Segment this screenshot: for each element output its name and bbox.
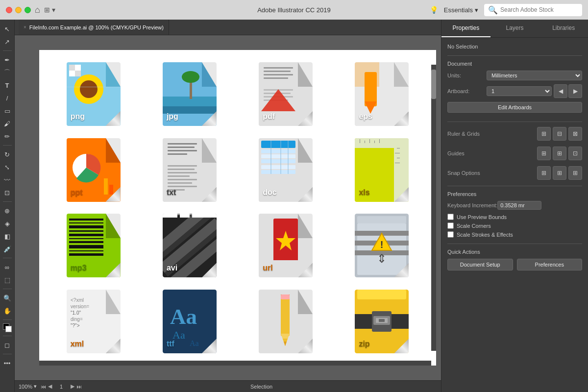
search-input[interactable] <box>500 6 578 13</box>
free-transform-tool[interactable]: ⊡ <box>2 187 13 198</box>
pixel-grid-icon-btn[interactable]: ⊠ <box>568 127 582 141</box>
list-item[interactable]: <?xml version= "1.0" ding= "?"> xml <box>49 287 138 356</box>
snap-icon-btn-2[interactable]: ⊞ <box>553 166 566 180</box>
toolbar-separator <box>3 50 12 51</box>
eyedropper-tool[interactable]: 💉 <box>2 244 13 254</box>
last-artboard-button[interactable]: ⏭ <box>76 384 82 390</box>
search-box[interactable]: 🔍 <box>484 4 582 16</box>
drawing-mode[interactable]: ◻ <box>2 340 13 350</box>
grid-icon-btn[interactable]: ⊟ <box>553 127 566 141</box>
curvature-tool[interactable]: ⌒ <box>2 67 13 78</box>
guides-icon-btn-1[interactable]: ⊞ <box>537 147 551 160</box>
list-item[interactable]: pdf <box>242 60 330 128</box>
document-tab[interactable]: × FileInfo.com Example.ai @ 100% (CMYK/G… <box>19 20 169 35</box>
svg-rect-80 <box>365 141 365 143</box>
edit-artboards-button[interactable]: Edit Artboards <box>447 102 582 113</box>
list-item[interactable]: zip <box>338 287 426 356</box>
svg-rect-22 <box>264 74 293 75</box>
keyboard-increment-input[interactable] <box>497 201 541 210</box>
list-item[interactable]: avi <box>145 212 234 280</box>
hand-tool[interactable]: ✋ <box>2 305 13 316</box>
pen-tool[interactable]: ✒ <box>2 54 13 65</box>
rectangle-tool[interactable]: ▭ <box>2 105 13 116</box>
direct-selection-tool[interactable]: ↗ <box>2 36 13 47</box>
scale-corners-checkbox[interactable] <box>447 222 454 229</box>
list-item[interactable]: url <box>242 212 330 280</box>
svg-rect-87 <box>69 219 103 220</box>
line-tool[interactable]: / <box>2 93 13 103</box>
guides-icon-btn-2[interactable]: ⊞ <box>553 147 566 160</box>
list-item[interactable]: png <box>49 60 138 128</box>
snap-icon-btn-3[interactable]: ⊞ <box>568 166 582 180</box>
artboard-navigation[interactable]: ⏮ ◀ 1 ▶ ⏭ <box>41 383 82 390</box>
zoom-tool[interactable]: 🔍 <box>2 293 13 303</box>
selection-tool[interactable]: ↖ <box>2 24 13 34</box>
divider-4 <box>447 244 582 244</box>
essentials-button[interactable]: Essentials ▾ <box>444 6 478 14</box>
horizontal-scrollbar[interactable] <box>39 361 431 366</box>
list-item[interactable]: ppt <box>49 136 138 204</box>
home-button[interactable]: ⌂ <box>35 5 40 15</box>
background-color[interactable] <box>5 326 12 332</box>
first-artboard-button[interactable]: ⏮ <box>41 384 46 390</box>
xml-icon: <?xml version= "1.0" ding= "?"> xml <box>67 290 121 353</box>
maximize-button[interactable] <box>24 7 31 13</box>
preferences-button[interactable]: Preferences <box>517 259 583 270</box>
list-item[interactable]: eps <box>338 60 426 128</box>
toolbar-separator-7 <box>3 336 12 336</box>
toolbar-separator-2 <box>3 145 12 146</box>
units-select[interactable]: Millimeters Pixels Inches Points <box>487 71 582 80</box>
list-item[interactable]: ! ⇕ <box>338 212 426 280</box>
tab-close-icon[interactable]: × <box>24 24 26 30</box>
svg-text:Aa: Aa <box>170 304 197 329</box>
ruler-icon-btn[interactable]: ⊞ <box>537 127 551 141</box>
list-item[interactable]: xls <box>338 136 426 204</box>
shape-builder-tool[interactable]: ⊕ <box>2 205 13 216</box>
more-tools[interactable]: ••• <box>2 358 13 368</box>
next-artboard-button[interactable]: ▶ <box>71 383 74 390</box>
list-item[interactable]: txt <box>145 136 234 204</box>
pdf-icon: pdf <box>259 62 313 126</box>
divider-3 <box>447 186 582 186</box>
tab-libraries[interactable]: Libraries <box>539 20 588 37</box>
prev-artboard-icon-btn[interactable]: ◀ <box>554 84 567 98</box>
type-tool[interactable]: T <box>2 80 13 91</box>
document-setup-button[interactable]: Document Setup <box>447 259 513 270</box>
svg-rect-83 <box>379 139 380 143</box>
warp-tool[interactable]: 〰 <box>2 174 13 185</box>
paintbrush-tool[interactable]: 🖌 <box>2 118 13 129</box>
workspace-switcher[interactable]: ⊞ ▾ <box>44 6 55 14</box>
scrollbar-thumb[interactable] <box>431 70 436 99</box>
scale-tool[interactable]: ⤡ <box>2 162 13 172</box>
guides-icon-btn-3[interactable]: ⊡ <box>568 147 582 160</box>
minimize-button[interactable] <box>15 7 22 13</box>
prev-artboard-button[interactable]: ◀ <box>48 383 52 390</box>
toolbar-separator-5 <box>3 289 12 289</box>
artboard-tool[interactable]: ⬚ <box>2 274 13 285</box>
pencil-tool[interactable]: ✏ <box>2 131 13 142</box>
list-item[interactable]: Aa Aa Aa ttf <box>145 287 234 356</box>
tab-properties[interactable]: Properties <box>441 20 490 37</box>
scale-strokes-effects-checkbox[interactable] <box>447 231 454 238</box>
list-item[interactable]: doc <box>242 136 330 204</box>
vertical-scrollbar[interactable] <box>431 65 436 351</box>
list-item[interactable]: jpg <box>145 60 234 128</box>
artboard-select[interactable]: 1 <box>487 86 552 96</box>
divider-1 <box>447 55 582 56</box>
use-preview-bounds-checkbox[interactable] <box>447 214 454 220</box>
list-item[interactable] <box>242 287 330 356</box>
list-item[interactable]: mp3 <box>49 212 138 280</box>
zoom-control[interactable]: 100% ▾ <box>19 383 37 390</box>
canvas-scroll[interactable]: png <box>15 35 441 380</box>
perspective-grid-tool[interactable]: ◈ <box>2 218 13 229</box>
blend-tool[interactable]: ∞ <box>2 262 13 272</box>
close-button[interactable] <box>6 7 12 13</box>
next-artboard-icon-btn[interactable]: ▶ <box>568 84 582 98</box>
bottom-bar: 100% ▾ ⏮ ◀ 1 ▶ ⏭ Selection <box>15 380 441 392</box>
rotate-tool[interactable]: ↻ <box>2 149 13 160</box>
gradient-tool[interactable]: ◧ <box>2 231 13 242</box>
tab-layers[interactable]: Layers <box>490 20 539 37</box>
file-type-label: txt <box>167 188 176 197</box>
snap-icon-btn-1[interactable]: ⊞ <box>537 166 551 180</box>
color-boxes[interactable] <box>3 323 12 332</box>
